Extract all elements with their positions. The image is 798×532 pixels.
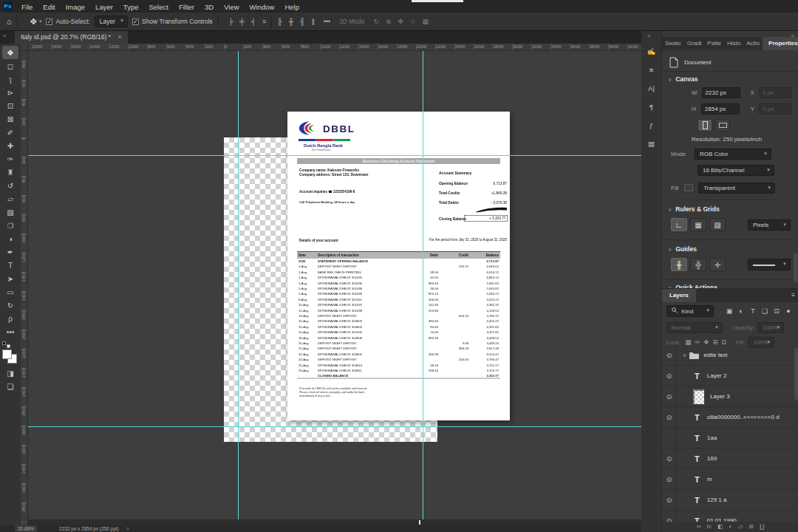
filter-smart-object-icon[interactable]: ⊡ bbox=[771, 306, 782, 316]
layer-row[interactable]: ⊙ ∨ T Layer 2 bbox=[662, 366, 798, 386]
healing-brush-tool[interactable]: ✚ bbox=[2, 139, 18, 152]
guide-style-dropdown[interactable]: ▼ bbox=[748, 259, 791, 270]
guide-layout-icon[interactable]: ╬ bbox=[690, 258, 706, 271]
horizontal-scrollbar[interactable] bbox=[28, 519, 641, 525]
pen-tool[interactable]: ✒ bbox=[2, 245, 18, 259]
fill-swatch[interactable] bbox=[684, 184, 693, 191]
layer-effects-icon[interactable]: fx bbox=[707, 523, 712, 530]
ruler-corner[interactable] bbox=[21, 44, 28, 51]
menu-item[interactable]: Edit bbox=[38, 3, 60, 11]
distribute-top-icon[interactable]: ╟ bbox=[277, 18, 282, 25]
scrollbar-thumb[interactable] bbox=[419, 520, 420, 525]
type-tool[interactable]: T bbox=[2, 259, 18, 272]
collapse-panels-icon[interactable]: » bbox=[3, 33, 6, 39]
statement-document[interactable]: DBBL Dutch-Bangla Bank Your Trusted Part… bbox=[287, 112, 510, 420]
object-selection-tool[interactable]: ⊳ bbox=[2, 86, 18, 99]
blend-mode-dropdown[interactable]: Normal▼ bbox=[666, 322, 723, 333]
3d-camera-icon[interactable]: ▦ bbox=[423, 18, 429, 25]
distribute-center-icon[interactable]: ╫ bbox=[289, 18, 293, 25]
fill-dropdown[interactable]: Transparent▼ bbox=[698, 183, 775, 194]
distribute-spacing-icon[interactable]: ∥ bbox=[311, 18, 315, 25]
menu-item[interactable]: Help bbox=[279, 3, 304, 11]
canvas-section-header[interactable]: ∨Canvas bbox=[668, 75, 698, 83]
home-icon[interactable]: ⌂ bbox=[7, 17, 12, 26]
new-guide-icon[interactable]: ╫ bbox=[671, 258, 687, 271]
quick-mask-icon[interactable]: ◨ bbox=[2, 366, 18, 380]
zoom-level-field[interactable]: 20.66% bbox=[15, 525, 37, 532]
gradient-tool[interactable]: ▨ bbox=[2, 205, 18, 219]
foreground-color-swatch[interactable] bbox=[2, 349, 12, 359]
menu-item[interactable]: File bbox=[16, 3, 38, 11]
menu-item[interactable]: Filter bbox=[174, 3, 200, 11]
screen-mode-icon[interactable]: ❏ bbox=[2, 380, 18, 393]
layer-row[interactable]: ⊙ ∨ T Layer 3 bbox=[662, 386, 798, 407]
guide-from-shape-icon[interactable]: ✛ bbox=[709, 258, 726, 271]
orientation-landscape-button[interactable] bbox=[715, 119, 730, 132]
3d-slide-icon[interactable]: ⊹ bbox=[410, 18, 416, 25]
width-field[interactable]: 2232 px bbox=[702, 87, 740, 98]
actions-panel-icon[interactable]: ≡ bbox=[641, 66, 661, 74]
status-chevron-icon[interactable]: > bbox=[126, 526, 129, 531]
filter-shape-icon[interactable]: ❏ bbox=[760, 306, 770, 316]
layer-mask-icon[interactable]: ◧ bbox=[717, 523, 723, 530]
close-icon[interactable]: × bbox=[117, 33, 121, 41]
eraser-tool[interactable]: ▱ bbox=[2, 192, 18, 205]
3d-roll-icon[interactable]: ⊕ bbox=[386, 18, 392, 25]
rotate-view-tool[interactable]: ↻ bbox=[2, 299, 18, 312]
visibility-toggle[interactable]: ⊙ bbox=[662, 407, 677, 428]
align-left-icon[interactable]: ╞ bbox=[228, 18, 233, 25]
grid-icon[interactable]: ▦ bbox=[690, 218, 706, 231]
distribute-bottom-icon[interactable]: ╢ bbox=[300, 18, 304, 25]
clone-stamp-tool[interactable]: ♜ bbox=[2, 166, 18, 179]
panel-tab[interactable]: Swatc bbox=[662, 37, 684, 50]
marquee-tool[interactable]: ◻ bbox=[2, 59, 18, 72]
new-layer-icon[interactable]: ⊞ bbox=[748, 523, 754, 530]
layers-scrollbar[interactable] bbox=[794, 348, 798, 400]
edit-toolbar-icon[interactable]: ••• bbox=[2, 325, 18, 338]
path-selection-tool[interactable]: ➤ bbox=[2, 272, 18, 285]
history-panel-icon[interactable]: ✍ bbox=[641, 47, 661, 55]
dodge-tool[interactable]: ◑ bbox=[2, 232, 18, 245]
panel-tab[interactable]: Histo bbox=[724, 37, 743, 50]
3d-orbit-icon[interactable]: ↻ bbox=[373, 18, 379, 25]
default-colors-icon[interactable] bbox=[2, 341, 6, 345]
properties-scrollbar[interactable] bbox=[794, 253, 797, 282]
show-transform-checkbox[interactable]: ✓ bbox=[132, 18, 139, 25]
libraries-panel-icon[interactable]: ▤ bbox=[641, 140, 661, 148]
visibility-toggle[interactable]: ⊙ bbox=[662, 366, 677, 386]
delete-layer-icon[interactable]: ∐ bbox=[760, 523, 764, 530]
glyphs-panel-icon[interactable]: ƒ bbox=[641, 121, 661, 129]
menu-item[interactable]: View bbox=[219, 3, 244, 11]
visibility-toggle[interactable]: ⊙ bbox=[662, 345, 677, 366]
link-layers-icon[interactable]: ∞ bbox=[697, 523, 701, 530]
swap-colors-icon[interactable] bbox=[7, 344, 10, 348]
filter-pin-icon[interactable]: ● bbox=[783, 306, 794, 316]
zoom-tool[interactable]: ρ bbox=[2, 312, 18, 325]
ruler-icon[interactable]: ∟ bbox=[671, 218, 687, 231]
shape-tool[interactable]: ▭ bbox=[2, 285, 18, 299]
menu-item[interactable]: Select bbox=[143, 3, 173, 11]
panel-tab[interactable]: Actio bbox=[743, 37, 763, 50]
layer-row[interactable]: ⊙ ∨ T cilla0000000..<<<<<<<<0 d bbox=[662, 407, 798, 428]
more-options-icon[interactable]: ••• bbox=[324, 18, 330, 25]
layer-row[interactable]: ⊙ ∨ T 169 bbox=[662, 449, 798, 469]
guide-vertical[interactable] bbox=[423, 51, 423, 525]
chevron-down-icon[interactable]: ∨ bbox=[683, 352, 686, 358]
ruler-units-dropdown[interactable]: Pixels▼ bbox=[748, 219, 791, 231]
color-mode-dropdown[interactable]: RGB Color▼ bbox=[695, 149, 771, 160]
layer-row[interactable]: ⊙ ∨ T 1aa bbox=[662, 428, 798, 449]
character-panel-icon[interactable]: A| bbox=[641, 84, 661, 92]
panel-tab[interactable]: Gradi bbox=[684, 37, 705, 50]
history-brush-tool[interactable]: ↺ bbox=[2, 179, 18, 192]
layer-row[interactable]: ⊙ ∨ T m bbox=[662, 469, 798, 490]
eyedropper-tool[interactable]: ✐ bbox=[2, 126, 18, 139]
blur-tool[interactable]: ❍ bbox=[2, 219, 18, 232]
guide-horizontal[interactable] bbox=[28, 155, 641, 156]
filter-kind-dropdown[interactable]: Kind▼ bbox=[666, 305, 714, 317]
tab-properties[interactable]: Properties bbox=[763, 37, 798, 50]
expand-panels-icon[interactable]: « bbox=[647, 33, 650, 39]
rulers-grids-section-header[interactable]: ∨Rulers & Grids bbox=[668, 205, 720, 213]
adjustment-layer-icon[interactable]: ◐ bbox=[729, 523, 732, 530]
guides-section-header[interactable]: ∨Guides bbox=[668, 245, 697, 253]
visibility-toggle[interactable]: ⊙ bbox=[662, 490, 677, 511]
